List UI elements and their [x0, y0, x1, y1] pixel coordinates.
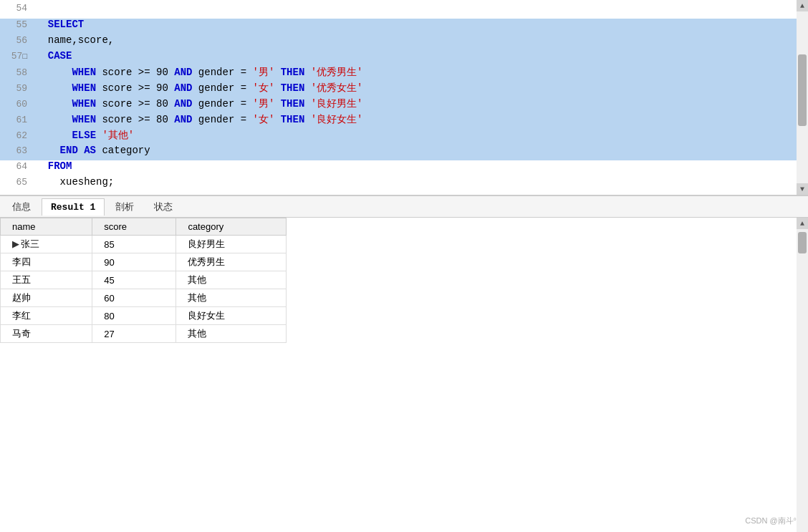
line-content: END AS category	[36, 145, 808, 156]
code-line-58: 58 WHEN score >= 90 AND gender = '男' THE…	[0, 66, 808, 82]
line-number: 63	[0, 145, 36, 156]
code-line-65: 65 xuesheng;	[0, 176, 808, 192]
tab-bar: 信息Result 1剖析状态	[0, 196, 808, 218]
cell-score: 60	[92, 289, 176, 307]
line-content: WHEN score >= 80 AND gender = '男' THEN '…	[36, 97, 808, 110]
code-block: 5455 SELECT56 name,score,57□ CASE58 WHEN…	[0, 0, 808, 195]
row-marker: ▶	[12, 238, 19, 249]
cell-score: 85	[92, 236, 176, 253]
line-content: WHEN score >= 90 AND gender = '女' THEN '…	[36, 82, 808, 95]
line-number: 58	[0, 67, 36, 78]
editor-scrollbar[interactable]: ▲ ▼	[797, 0, 808, 195]
result-table: namescorecategory ▶张三85良好男生李四90优秀男生王五45其…	[0, 218, 287, 343]
tab-信息[interactable]: 信息	[3, 197, 40, 216]
code-editor: 5455 SELECT56 name,score,57□ CASE58 WHEN…	[0, 0, 808, 195]
cell-name: ▶张三	[1, 236, 92, 253]
code-line-54: 54	[0, 3, 808, 19]
bottom-panel: 信息Result 1剖析状态 namescorecategory ▶张三85良好…	[0, 195, 808, 532]
code-line-63: 63 END AS category	[0, 145, 808, 160]
col-header-name: name	[1, 218, 92, 236]
table-row: 马奇27其他	[1, 325, 287, 343]
cell-score: 27	[92, 325, 176, 343]
line-number: 61	[0, 115, 36, 125]
watermark: CSDN @南斗°	[745, 516, 797, 526]
line-content: WHEN score >= 80 AND gender = '女' THEN '…	[36, 113, 808, 126]
table-row: 李四90优秀男生	[1, 253, 287, 271]
cell-score: 90	[92, 253, 176, 271]
code-line-57: 57□ CASE	[0, 50, 808, 66]
line-number: 64	[0, 161, 36, 172]
cell-category: 良好男生	[176, 236, 287, 253]
code-line-56: 56 name,score,	[0, 34, 808, 50]
line-number: 54	[0, 3, 36, 14]
line-content: CASE	[36, 50, 808, 62]
tab-result-1[interactable]: Result 1	[42, 198, 105, 216]
table-row: ▶张三85良好男生	[1, 236, 287, 253]
cell-score: 80	[92, 307, 176, 325]
result-scrollbar[interactable]: ▲	[797, 218, 808, 532]
cell-category: 其他	[176, 289, 287, 307]
col-header-score: score	[92, 218, 176, 236]
cell-name: 王五	[1, 271, 92, 289]
scroll-down-arrow[interactable]: ▼	[797, 183, 808, 195]
table-row: 王五45其他	[1, 271, 287, 289]
line-number: 55	[0, 19, 36, 30]
result-scroll-thumb[interactable]	[798, 232, 807, 253]
line-number: 60	[0, 99, 36, 110]
code-line-64: 64 FROM	[0, 160, 808, 176]
line-number: 57□	[0, 51, 36, 62]
cell-name: 李红	[1, 307, 92, 325]
code-line-59: 59 WHEN score >= 90 AND gender = '女' THE…	[0, 82, 808, 97]
code-line-61: 61 WHEN score >= 80 AND gender = '女' THE…	[0, 113, 808, 129]
line-number: 59	[0, 83, 36, 94]
line-number: 62	[0, 130, 36, 141]
line-number: 65	[0, 177, 36, 188]
cell-category: 其他	[176, 271, 287, 289]
line-content: FROM	[36, 160, 808, 172]
line-content: SELECT	[36, 19, 808, 30]
line-content: WHEN score >= 90 AND gender = '男' THEN '…	[36, 66, 808, 79]
result-table-container: namescorecategory ▶张三85良好男生李四90优秀男生王五45其…	[0, 218, 797, 532]
scroll-thumb[interactable]	[798, 54, 807, 126]
tab-状态[interactable]: 状态	[145, 197, 182, 216]
code-line-60: 60 WHEN score >= 80 AND gender = '男' THE…	[0, 97, 808, 113]
cell-name: 赵帅	[1, 289, 92, 307]
tab-剖析[interactable]: 剖析	[106, 197, 143, 216]
cell-name: 马奇	[1, 325, 92, 343]
cell-category: 优秀男生	[176, 253, 287, 271]
table-row: 赵帅60其他	[1, 289, 287, 307]
cell-name: 李四	[1, 253, 92, 271]
cell-category: 良好女生	[176, 307, 287, 325]
cell-category: 其他	[176, 325, 287, 343]
cell-score: 45	[92, 271, 176, 289]
table-row: 李红80良好女生	[1, 307, 287, 325]
line-content: name,score,	[36, 34, 808, 46]
line-number: 56	[0, 35, 36, 46]
scroll-up-arrow[interactable]: ▲	[797, 0, 808, 11]
line-content: ELSE '其他'	[36, 129, 808, 142]
code-line-62: 62 ELSE '其他'	[0, 129, 808, 145]
code-line-55: 55 SELECT	[0, 19, 808, 34]
line-content: xuesheng;	[36, 176, 808, 188]
result-scroll-up[interactable]: ▲	[797, 218, 808, 229]
col-header-category: category	[176, 218, 287, 236]
result-panel: namescorecategory ▶张三85良好男生李四90优秀男生王五45其…	[0, 218, 808, 532]
